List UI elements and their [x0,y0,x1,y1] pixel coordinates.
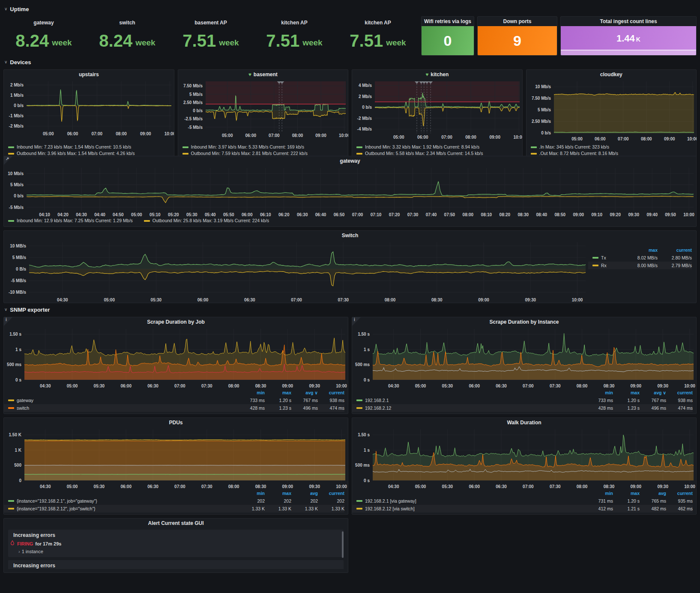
panel-title[interactable]: upstairs [4,70,174,79]
panel-scrape-duration-by-job: i Scrape Duration by Job 1.50 s1 s500 ms… [3,317,348,414]
svg-text:05:30: 05:30 [94,484,105,489]
series-swatch [356,399,362,401]
svg-text:05:00: 05:00 [415,384,426,388]
legend-inbound[interactable]: Inbound Min: 12.9 kb/s Max: 7.25 Mb/s Cu… [8,218,133,224]
legend-col-current[interactable]: current [666,390,693,395]
panel-info-corner[interactable] [4,317,12,326]
alert-instances[interactable]: ›1 instance [13,549,338,554]
series-swatch [8,220,14,222]
legend-col-min[interactable]: min [586,491,613,496]
scrape-job-chart[interactable]: 1.50 s1 s500 ms0 s04:3005:0005:3006:0006… [4,327,348,389]
series-name[interactable]: Tx [601,255,606,260]
series-name[interactable]: 192.168.2.12 [via switch] [365,506,415,511]
series-name[interactable]: {instance="192.168.2.12", job="switch"} [17,506,96,511]
series-name[interactable]: {instance="192.168.2.1", job="gateway"} [17,498,97,504]
chevron-down-icon: ∨ [4,6,7,11]
legend-col-min[interactable]: min [238,390,265,395]
legend-col-avg[interactable]: avg [291,491,318,496]
stat-title: switch [87,20,168,26]
series-name[interactable]: gateway [17,398,33,403]
walk-duration-chart[interactable]: 1.50 s1 s500 ms0 s04:3005:0005:3006:0006… [352,427,696,489]
legend-outbound[interactable]: Outbound Min: 25.8 kb/s Max: 3.19 Mb/s C… [144,218,269,224]
panel-info-corner[interactable] [352,317,361,326]
svg-text:06:00: 06:00 [67,131,78,136]
alert-item[interactable]: Increasing errors [8,560,344,569]
panel-title[interactable]: Total ingest count lines [561,17,696,26]
svg-text:04:30: 04:30 [388,484,399,489]
series-swatch [356,508,362,510]
scrollbar[interactable] [342,531,344,558]
upstairs-chart[interactable]: 2 Mb/s1 Mb/s0 b/s-1 Mb/s-2 Mb/s05:0006:0… [4,79,174,143]
legend-col-max[interactable]: max [613,390,640,395]
legend-col-current[interactable]: current [658,247,692,253]
legend-col-max[interactable]: max [265,491,291,496]
pdus-chart[interactable]: 1.50 K1 K500004:3005:0005:3006:0006:3007… [4,427,348,489]
panel-title[interactable]: Switch [4,231,696,240]
section-snmp-exporter[interactable]: ∨ SNMP exporter [4,306,697,313]
svg-text:500 ms: 500 ms [355,463,370,468]
panel-title[interactable]: Down ports [478,17,557,26]
legend-col-max[interactable]: max [265,390,291,395]
legend-col-min[interactable]: min [238,491,265,496]
legend-inbound[interactable]: Inbound Min: 3.32 kb/s Max: 1.92 Mb/s Cu… [356,144,518,150]
svg-text:08:00: 08:00 [385,298,396,302]
legend-col-current[interactable]: current [666,491,693,496]
legend-col-min[interactable]: min [586,390,613,395]
legend-col-max[interactable]: max [623,247,658,253]
switch-legend-table: maxcurrentTx8.02 MB/s2.80 MB/sRx8.00 MB/… [588,240,696,303]
panel-title[interactable]: Alert Current state GUI [4,519,348,528]
series-name[interactable]: switch [17,405,29,411]
alert-item[interactable]: Increasing errors FIRING for 17m 29s ›1 … [8,530,344,557]
panel-title[interactable]: Walk Duration [352,418,696,427]
info-icon[interactable]: i [6,317,7,322]
panel-title[interactable]: Scrape Duration by Instance [352,317,696,327]
legend-table: minmaxavgcurrent192.168.2.1 [via gateway… [352,489,696,514]
section-uptime[interactable]: ∨ Uptime [4,5,697,13]
panel-title[interactable]: cloudkey [526,70,697,79]
legend-inbound[interactable]: Inbound Min: 7.23 kb/s Max: 1.54 Mb/s Cu… [8,144,170,150]
series-name[interactable]: 192.168.2.1 [via gateway] [365,498,416,504]
svg-text:10 MB/s: 10 MB/s [10,244,26,248]
svg-text:09:50: 09:50 [665,212,676,217]
panel-title[interactable]: ♥basement [178,70,348,79]
svg-text:09:00: 09:00 [573,212,584,217]
panel-title[interactable]: ♥kitchen [352,70,522,79]
svg-text:05:00: 05:00 [131,212,142,217]
uptime-stat-kitchen-ap-2: kitchen AP 7.51 week [338,16,418,56]
kitchen-chart[interactable]: 4 Mb/s2 Mb/s0 b/s-2 Mb/s-4 Mb/s05:0006:0… [352,79,522,143]
scrape-instance-chart[interactable]: 1.50 s1 s500 ms0 s04:3005:0005:3006:0006… [352,327,696,389]
svg-text:08:30: 08:30 [431,298,443,302]
legend-col-avg[interactable]: avg ∨ [640,390,666,395]
svg-text:05:20: 05:20 [168,212,179,217]
svg-text:07:50: 07:50 [444,212,455,217]
series-name[interactable]: Rx [601,263,607,268]
legend-inbound[interactable]: Inbound Min: 3.97 kb/s Max: 5.33 Mb/s Cu… [182,144,344,150]
legend-col-max[interactable]: max [613,491,640,496]
grafana-dashboard: ∨ Uptime gateway 8.24 week switch 8.24 w… [0,0,700,593]
legend-col-avg[interactable]: avg [640,491,666,496]
panel-total-ingest: Total ingest count lines 1.44K [560,16,697,56]
legend-col-current[interactable]: current [318,390,344,395]
panel-switch: Switch 10 MB/s5 MB/s0 B/s-5 MB/s-10 MB/s… [3,230,697,303]
legend-in[interactable]: .In Max: 345 kb/s Current: 323 kb/s [531,144,692,150]
legend-value: 8.02 MB/s [623,255,658,260]
section-devices[interactable]: ∨ Devices [4,58,697,66]
series-name[interactable]: 192.168.2.1 [365,398,389,403]
info-icon[interactable]: i [354,317,355,322]
panel-title[interactable]: gateway [4,156,696,166]
svg-text:07:00: 07:00 [92,131,103,136]
legend-col-current[interactable]: current [318,491,344,496]
switch-chart[interactable]: 10 MB/s5 MB/s0 B/s-5 MB/s-10 MB/s04:3005… [4,240,588,303]
svg-text:4 Mb/s: 4 Mb/s [359,83,372,88]
gateway-chart[interactable]: 10 Mb/s5 Mb/s0 b/s-5 Mb/s04:1004:2004:30… [4,166,696,218]
series-name[interactable]: 192.168.2.12 [365,405,391,411]
legend-col-avg[interactable]: avg ∨ [291,390,318,395]
legend-value: 733 ms [238,398,265,403]
uptime-stat-basement-ap: basement AP 7.51 week [171,16,251,56]
cloudkey-chart[interactable]: 10 Mb/s7.50 Mb/s5 Mb/s2.50 Mb/s0 b/s05:0… [526,79,697,143]
panel-title[interactable]: PDUs [4,418,348,427]
external-link-icon[interactable]: ↗ [6,156,9,161]
basement-chart[interactable]: 7.50 Mb/s5 Mb/s2.50 Mb/s0 b/s-2.5 Mb/s-5… [178,79,348,143]
panel-title[interactable]: Wifi retries via logs [422,17,474,26]
panel-title[interactable]: Scrape Duration by Job [4,317,348,327]
